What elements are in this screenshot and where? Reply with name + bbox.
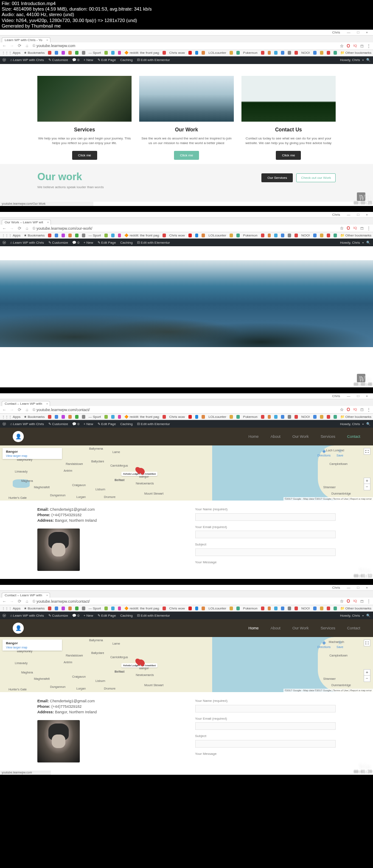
star-icon[interactable]: ☆ — [339, 226, 344, 231]
save-button[interactable]: ☆Save — [337, 448, 343, 457]
email-input[interactable] — [195, 722, 336, 730]
bookmark-icon[interactable] — [281, 51, 284, 55]
bookmark-icon[interactable] — [202, 51, 205, 55]
click-me-button[interactable]: Click me — [174, 151, 199, 160]
bookmark-icon[interactable] — [268, 51, 271, 55]
bookmark-icon[interactable] — [288, 51, 291, 55]
zoom-out-button[interactable]: − — [364, 484, 370, 490]
wp-site-link[interactable]: ⌂ Learn WP with Chris — [10, 58, 44, 62]
nav-services[interactable]: Services — [320, 434, 335, 439]
apps-button[interactable]: ⋮⋮⋮ Apps — [2, 51, 20, 55]
subject-input[interactable] — [195, 740, 336, 748]
wp-edit-link[interactable]: ✎ Edit Page — [98, 58, 116, 62]
wp-elementor-link[interactable]: ⊟ Edit with Elementor — [137, 58, 170, 62]
browser-tab[interactable]: Our Work – Learn WP wit× — [2, 220, 51, 225]
google-map[interactable]: Ballymena Ballymoney Limavady Maghera Ma… — [0, 637, 373, 692]
bookmark-icon[interactable] — [55, 51, 58, 55]
zoom-out-button[interactable]: − — [364, 676, 370, 682]
bookmark-folder[interactable]: ★ Bookmarks — [24, 234, 45, 237]
wp-caching-link[interactable]: Caching — [120, 58, 132, 62]
map-attribution[interactable]: ©2017 Google - Map data ©2017 Google | T… — [283, 497, 373, 501]
reload-icon[interactable]: ⟳ — [17, 43, 22, 48]
wp-comments-link[interactable]: 💬 0 — [72, 58, 79, 62]
zoom-in-button[interactable]: + — [364, 478, 370, 484]
view-larger-map-link[interactable]: View larger map — [6, 454, 59, 457]
click-me-button[interactable]: Click me — [276, 151, 301, 160]
bookmark-link[interactable]: 🔶 reddit: the front pag — [124, 51, 159, 55]
maximize-button[interactable]: □ — [357, 31, 359, 34]
bookmark-icon[interactable] — [320, 51, 323, 55]
url-input[interactable]: ①youtube.learnwpw.com — [32, 44, 339, 48]
save-button[interactable]: ☆Save — [337, 640, 343, 648]
bookmark-icon[interactable] — [62, 51, 65, 55]
bookmark-icon[interactable] — [195, 51, 199, 55]
url-input[interactable]: ①youtube.learnwpw.com/contact/ — [32, 599, 339, 604]
tab-close-icon[interactable]: × — [46, 38, 48, 42]
site-logo[interactable]: 👤 — [13, 431, 24, 442]
menu-icon[interactable]: ⋮ — [366, 226, 371, 231]
google-map[interactable]: Ballymena Ballymoney Limavady Maghera Ma… — [0, 445, 373, 501]
minimize-button[interactable]: — — [347, 213, 350, 217]
iq-icon[interactable]: IQ — [353, 44, 358, 48]
bookmark-icon[interactable] — [48, 51, 51, 55]
bookmark-icon[interactable] — [334, 51, 337, 55]
url-input[interactable]: ①youtube.learnwpw.com/our-work/ — [32, 226, 339, 231]
bookmark-icon[interactable] — [104, 51, 108, 55]
bookmark-icon[interactable] — [230, 51, 233, 55]
tab-close-icon[interactable]: × — [47, 220, 49, 224]
bookmark-icon[interactable] — [111, 51, 115, 55]
subject-input[interactable] — [195, 548, 336, 556]
bookmark-icon[interactable] — [236, 51, 240, 55]
forward-icon[interactable]: → — [9, 43, 14, 48]
name-input[interactable] — [195, 513, 336, 521]
wp-logo-icon[interactable]: ⓦ — [3, 58, 6, 62]
back-icon[interactable]: ← — [2, 226, 7, 231]
wp-avatar-icon[interactable]: ▪ — [362, 58, 364, 62]
bookmark-icon[interactable] — [82, 51, 85, 55]
nav-home[interactable]: Home — [249, 626, 259, 630]
wp-search-icon[interactable]: 🔍 — [366, 58, 370, 62]
bookmark-icon[interactable] — [294, 51, 298, 55]
opera-icon[interactable]: O — [346, 226, 351, 231]
directions-button[interactable]: ◈Directions — [317, 448, 331, 457]
other-bookmarks[interactable]: 📁 Other bookmarks — [340, 51, 371, 55]
bookmark-link[interactable]: Chris wow — [169, 51, 185, 55]
bookmark-link[interactable]: NOO! — [301, 51, 310, 55]
browser-tab[interactable]: Learn WP with Chris - Yo × — [2, 37, 50, 42]
browser-tab[interactable]: Contact – Learn WP with× — [2, 593, 50, 598]
site-logo[interactable]: 👤 — [13, 623, 24, 634]
bookmark-icon[interactable] — [118, 51, 121, 55]
minimize-button[interactable]: — — [347, 31, 350, 34]
click-me-button[interactable]: Click me — [72, 151, 97, 160]
view-larger-map-link[interactable]: View larger map — [6, 646, 59, 649]
opera-icon[interactable]: O — [346, 44, 351, 48]
bookmark-icon[interactable] — [274, 51, 278, 55]
iq-icon[interactable]: IQ — [353, 226, 358, 231]
bookmark-link[interactable]: — Sport — [89, 51, 101, 55]
nav-about[interactable]: About — [271, 626, 281, 630]
nav-home[interactable]: Home — [249, 434, 259, 439]
wp-new-link[interactable]: + New — [84, 58, 93, 62]
bookmark-icon[interactable] — [327, 51, 330, 55]
nav-work[interactable]: Our Work — [292, 434, 308, 439]
email-input[interactable] — [195, 531, 336, 538]
bookmark-icon[interactable] — [188, 51, 192, 55]
reload-icon[interactable]: ⟳ — [17, 226, 22, 231]
back-icon[interactable]: ← — [2, 43, 7, 48]
close-button[interactable]: × — [366, 213, 368, 217]
fullscreen-button[interactable]: ⛶ — [364, 448, 370, 455]
nav-contact[interactable]: Contact — [347, 434, 360, 439]
scroll-top-button[interactable]: ˄ — [357, 192, 365, 201]
zoom-in-button[interactable]: + — [364, 670, 370, 676]
bookmark-icon[interactable] — [261, 51, 264, 55]
bookmark-link[interactable]: Pokemon — [243, 51, 258, 55]
forward-icon[interactable]: → — [9, 226, 14, 231]
browser-tab[interactable]: Contact – Learn WP with× — [2, 401, 50, 406]
bookmark-icon[interactable] — [313, 51, 317, 55]
home-icon[interactable]: ⌂ — [25, 226, 30, 231]
maximize-button[interactable]: □ — [357, 213, 359, 217]
wp-howdy[interactable]: Howdy, Chris — [340, 58, 360, 62]
fullscreen-button[interactable]: ⛶ — [364, 640, 370, 646]
directions-button[interactable]: ◈Directions — [317, 640, 331, 648]
bookmark-icon[interactable] — [68, 51, 72, 55]
